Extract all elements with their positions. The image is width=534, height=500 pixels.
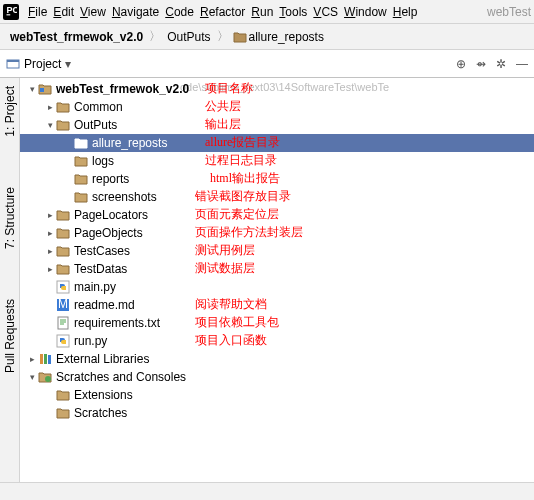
menu-vcs[interactable]: VCS xyxy=(310,3,341,21)
tree-row-run-py[interactable]: run.py xyxy=(20,332,534,350)
menubar: PC FileEditViewNavigateCodeRefactorRunTo… xyxy=(0,0,534,24)
menu-refactor[interactable]: Refactor xyxy=(197,3,248,21)
expand-toggle-icon[interactable]: ▾ xyxy=(44,120,56,130)
tree-label: PageLocators xyxy=(74,208,148,222)
tree-label: logs xyxy=(92,154,114,168)
folder-src-icon xyxy=(38,82,52,96)
svg-rect-5 xyxy=(40,88,44,92)
tree-row-testdatas[interactable]: ▸TestDatas xyxy=(20,260,534,278)
tree-label: Scratches and Consoles xyxy=(56,370,186,384)
folder-icon xyxy=(74,172,88,186)
project-icon xyxy=(6,57,20,71)
stripe-structure[interactable]: 7: Structure xyxy=(3,187,17,249)
file-py-icon xyxy=(56,334,70,348)
svg-rect-14 xyxy=(40,354,43,364)
pycharm-logo-icon: PC xyxy=(3,4,19,20)
svg-text:MD: MD xyxy=(58,298,70,311)
tree-row-common[interactable]: ▸Common xyxy=(20,98,534,116)
expand-toggle-icon[interactable]: ▸ xyxy=(44,228,56,238)
menu-window[interactable]: Window xyxy=(341,3,390,21)
annotation: 项目入口函数 xyxy=(195,332,267,349)
annotation: 输出层 xyxy=(205,116,241,133)
expand-toggle-icon[interactable]: ▸ xyxy=(26,354,38,364)
tree-row-external-libraries[interactable]: ▸External Libraries xyxy=(20,350,534,368)
tree-row-logs[interactable]: logs xyxy=(20,152,534,170)
folder-icon xyxy=(56,388,70,402)
dropdown-icon[interactable]: ▾ xyxy=(65,57,71,71)
tree-row-scratches-and-consoles[interactable]: ▾Scratches and Consoles xyxy=(20,368,534,386)
menu-tools[interactable]: Tools xyxy=(276,3,310,21)
folder-icon xyxy=(74,136,88,150)
tree-label: PageObjects xyxy=(74,226,143,240)
annotation: 公共层 xyxy=(205,98,241,115)
annotation: 过程日志目录 xyxy=(205,152,277,169)
menu-navigate[interactable]: Navigate xyxy=(109,3,162,21)
expand-toggle-icon[interactable]: ▸ xyxy=(44,210,56,220)
menu-code[interactable]: Code xyxy=(162,3,197,21)
project-tree: ode\sublime_text03\14SoftwareTest\webTe … xyxy=(20,78,534,482)
stripe-project[interactable]: 1: Project xyxy=(3,86,17,137)
svg-rect-15 xyxy=(44,354,47,364)
tree-label: Common xyxy=(74,100,123,114)
tree-row-extensions[interactable]: Extensions xyxy=(20,386,534,404)
tree-label: Extensions xyxy=(74,388,133,402)
annotation: html输出报告 xyxy=(210,170,280,187)
annotation: 页面元素定位层 xyxy=(195,206,279,223)
expand-toggle-icon[interactable]: ▸ xyxy=(44,264,56,274)
breadcrumb-seg-0[interactable]: webTest_frmewok_v2.0 xyxy=(8,30,145,44)
menu-help[interactable]: Help xyxy=(390,3,421,21)
breadcrumb-seg-1[interactable]: OutPuts xyxy=(165,30,212,44)
tree-row-readme-md[interactable]: MDreadme.md xyxy=(20,296,534,314)
project-tool-header: Project ▾ ⊕ ⇴ ✲ — xyxy=(0,50,534,78)
svg-rect-16 xyxy=(48,355,51,364)
svg-rect-2 xyxy=(7,14,11,15)
file-md-icon: MD xyxy=(56,298,70,312)
tree-row-outputs[interactable]: ▾OutPuts xyxy=(20,116,534,134)
tree-row-main-py[interactable]: main.py xyxy=(20,278,534,296)
tree-row-webtest_frmewok_v2-0[interactable]: ▾webTest_frmewok_v2.0 xyxy=(20,80,534,98)
folder-icon xyxy=(233,30,247,44)
menu-run[interactable]: Run xyxy=(248,3,276,21)
tree-label: TestCases xyxy=(74,244,130,258)
file-txt-icon xyxy=(56,316,70,330)
folder-icon xyxy=(56,100,70,114)
tree-label: allure_reposts xyxy=(92,136,167,150)
breadcrumb-seg-2[interactable]: allure_reposts xyxy=(247,30,326,44)
tree-row-scratches[interactable]: Scratches xyxy=(20,404,534,422)
folder-icon xyxy=(56,118,70,132)
annotation: 错误截图存放目录 xyxy=(195,188,291,205)
tree-label: TestDatas xyxy=(74,262,127,276)
tree-row-testcases[interactable]: ▸TestCases xyxy=(20,242,534,260)
file-py-icon xyxy=(56,280,70,294)
collapse-all-icon[interactable]: ⇴ xyxy=(476,57,486,71)
folder-lib-icon xyxy=(38,352,52,366)
tree-label: reports xyxy=(92,172,129,186)
tool-window-stripe-left: 1: Project 7: Structure Pull Requests xyxy=(0,78,20,482)
svg-point-17 xyxy=(45,376,51,382)
menu-view[interactable]: View xyxy=(77,3,109,21)
expand-toggle-icon[interactable]: ▸ xyxy=(44,102,56,112)
locate-icon[interactable]: ⊕ xyxy=(456,57,466,71)
chevron-right-icon: 〉 xyxy=(217,28,229,45)
expand-toggle-icon[interactable]: ▾ xyxy=(26,84,38,94)
tree-label: OutPuts xyxy=(74,118,117,132)
settings-icon[interactable]: ✲ xyxy=(496,57,506,71)
expand-toggle-icon[interactable]: ▸ xyxy=(44,246,56,256)
folder-icon xyxy=(56,226,70,240)
folder-icon xyxy=(56,208,70,222)
scratch-icon xyxy=(38,370,52,384)
status-bar xyxy=(0,482,534,500)
folder-icon xyxy=(56,262,70,276)
expand-toggle-icon[interactable]: ▾ xyxy=(26,372,38,382)
folder-icon xyxy=(74,190,88,204)
tree-label: run.py xyxy=(74,334,107,348)
breadcrumb: webTest_frmewok_v2.0 〉 OutPuts 〉 allure_… xyxy=(0,24,534,50)
svg-rect-9 xyxy=(58,317,68,329)
stripe-pull-requests[interactable]: Pull Requests xyxy=(3,299,17,373)
tree-label: requirements.txt xyxy=(74,316,160,330)
hide-icon[interactable]: — xyxy=(516,57,528,71)
menu-file[interactable]: File xyxy=(25,3,50,21)
menu-edit[interactable]: Edit xyxy=(50,3,77,21)
annotation: 阅读帮助文档 xyxy=(195,296,267,313)
folder-icon xyxy=(56,406,70,420)
